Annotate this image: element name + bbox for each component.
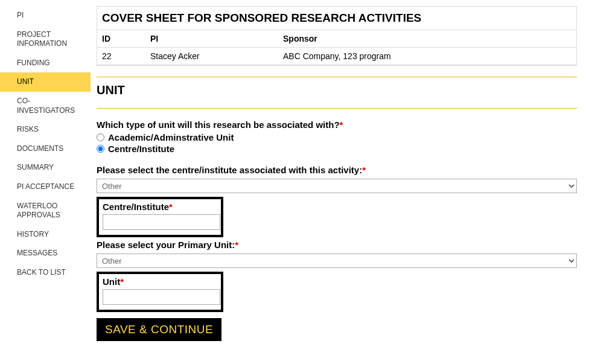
unit-field-box: Unit* — [97, 272, 223, 312]
cell-sponsor: ABC Company, 123 program — [278, 48, 576, 65]
cover-sheet-header: COVER SHEET FOR SPONSORED RESEARCH ACTIV… — [97, 6, 577, 66]
unit-input[interactable] — [103, 289, 220, 305]
select-centre-institute[interactable]: Other — [97, 179, 577, 193]
sidebar-item-pi[interactable]: PI — [0, 6, 91, 25]
unit-label: Unit* — [103, 276, 217, 287]
radio-academic-admin-input[interactable] — [97, 133, 104, 141]
sidebar-item-waterloo-approvals[interactable]: WATERLOO APPROVALS — [0, 197, 91, 225]
centre-institute-label: Centre/Institute* — [103, 202, 217, 212]
centre-institute-input[interactable] — [103, 214, 220, 230]
cell-pi: Stacey Acker — [145, 48, 278, 65]
required-marker: * — [120, 276, 124, 287]
save-continue-button[interactable]: SAVE & CONTINUE — [97, 318, 221, 341]
centre-institute-field-box: Centre/Institute* — [97, 197, 223, 237]
sidebar-item-documents[interactable]: DOCUMENTS — [0, 139, 91, 159]
col-id: ID — [97, 30, 145, 48]
divider — [97, 77, 577, 77]
sidebar: PI PROJECT INFORMATION FUNDING UNIT CO-I… — [0, 0, 91, 353]
sidebar-item-messages[interactable]: MESSAGES — [0, 244, 91, 263]
sidebar-item-project-information[interactable]: PROJECT INFORMATION — [0, 25, 91, 54]
sidebar-item-unit[interactable]: UNIT — [0, 72, 91, 92]
col-pi: PI — [145, 30, 278, 48]
radio-academic-admin[interactable]: Academic/Adminstrative Unit — [97, 132, 577, 142]
table-row: 22 Stacey Acker ABC Company, 123 program — [97, 48, 576, 65]
sidebar-item-summary[interactable]: SUMMARY — [0, 158, 91, 177]
question-primary-unit: Please select your Primary Unit:* — [97, 240, 577, 250]
divider — [97, 108, 577, 109]
main-content: COVER SHEET FOR SPONSORED RESEARCH ACTIV… — [91, 0, 589, 353]
sidebar-item-co-investigators[interactable]: CO-INVESTIGATORS — [0, 92, 91, 120]
select-primary-unit[interactable]: Other — [97, 254, 577, 268]
sidebar-item-pi-acceptance[interactable]: PI ACCEPTANCE — [0, 177, 91, 197]
question-unit-type: Which type of unit will this research be… — [97, 120, 577, 130]
cell-id: 22 — [97, 48, 145, 65]
sidebar-item-risks[interactable]: RISKS — [0, 120, 91, 139]
summary-table: ID PI Sponsor 22 Stacey Acker ABC Compan… — [97, 30, 576, 65]
sidebar-item-history[interactable]: HISTORY — [0, 225, 91, 244]
section-heading: UNIT — [97, 83, 577, 97]
required-marker: * — [340, 120, 343, 130]
required-marker: * — [235, 240, 238, 250]
required-marker: * — [362, 165, 366, 175]
page-title: COVER SHEET FOR SPONSORED RESEARCH ACTIV… — [97, 7, 576, 30]
required-marker: * — [169, 202, 173, 212]
sidebar-item-funding[interactable]: FUNDING — [0, 54, 91, 73]
col-sponsor: Sponsor — [278, 30, 576, 48]
question-centre-institute: Please select the centre/institute assoc… — [97, 165, 577, 175]
sidebar-item-back-to-list[interactable]: BACK TO LIST — [0, 263, 91, 283]
radio-centre-institute[interactable]: Centre/Institute — [97, 144, 577, 154]
radio-centre-institute-input[interactable] — [97, 145, 104, 153]
